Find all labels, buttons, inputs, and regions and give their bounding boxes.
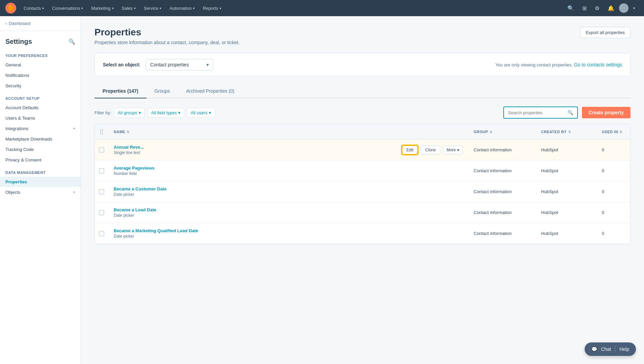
row-0-checkbox[interactable] xyxy=(99,147,104,153)
sidebar-item-marketplace[interactable]: Marketplace Downloads xyxy=(0,134,81,144)
filter-all-groups[interactable]: All groups ▾ xyxy=(114,108,145,118)
row-1-checkbox[interactable] xyxy=(99,168,104,174)
sidebar-item-general[interactable]: General xyxy=(0,60,81,70)
row-2-checkbox[interactable] xyxy=(99,189,104,194)
settings-title: Settings xyxy=(5,38,32,46)
th-used-in[interactable]: USED IN ⇅ xyxy=(596,128,630,136)
chat-bubble-icon: 💬 xyxy=(591,346,597,352)
table-header: NAME ⇅ GROUP ⇅ CREATED BY ⇅ USED IN ⇅ xyxy=(95,124,630,140)
tab-properties[interactable]: Properties (147) xyxy=(94,84,146,98)
search-icon: 🔍 xyxy=(567,110,573,115)
reports-chevron-icon: ▾ xyxy=(220,6,221,10)
sidebar-item-notifications[interactable]: Notifications xyxy=(0,70,81,81)
th-created-by[interactable]: CREATED BY ⇅ xyxy=(536,128,596,136)
row-0-checkbox-cell xyxy=(95,143,108,157)
sidebar: ‹ Dashboard Settings 🔍 Your Preferences … xyxy=(0,16,81,364)
row-0-clone-button[interactable]: Clone xyxy=(421,146,440,154)
sidebar-item-integrations[interactable]: Integrations ▾ xyxy=(0,123,81,134)
row-0-more-button[interactable]: More ▾ xyxy=(443,146,463,154)
row-4-name-link[interactable]: Became a Marketing Qualified Lead Date xyxy=(114,228,463,233)
create-property-button[interactable]: Create property xyxy=(582,107,631,118)
row-0-used-in: 0 xyxy=(596,143,630,156)
th-group[interactable]: GROUP ⇅ xyxy=(468,128,536,136)
row-2-name-cell: Became a Customer Date Date picker xyxy=(108,182,468,201)
page-header-left: Properties Properties store information … xyxy=(94,27,240,45)
sidebar-item-privacy-consent[interactable]: Privacy & Consent xyxy=(0,155,81,165)
row-3-name-cell: Became a Lead Date Date picker xyxy=(108,203,468,222)
row-0-created-by: HubSpot xyxy=(536,143,596,156)
row-0-name-link[interactable]: Annual Reve... xyxy=(114,145,396,150)
properties-table: NAME ⇅ GROUP ⇅ CREATED BY ⇅ USED IN ⇅ xyxy=(94,124,631,244)
nav-contacts[interactable]: Contacts ▾ xyxy=(20,4,47,13)
row-3-checkbox[interactable] xyxy=(99,210,104,215)
table-row: Annual Reve... Single line text Edit Clo… xyxy=(95,140,630,160)
row-2-checkbox-cell xyxy=(95,185,108,199)
settings-icon[interactable]: ⚙ xyxy=(591,3,603,13)
nav-sales[interactable]: Sales ▾ xyxy=(118,4,139,13)
dashboard-button[interactable]: ‹ Dashboard xyxy=(0,16,81,31)
filter-all-field-types[interactable]: All field types ▾ xyxy=(147,108,185,118)
table-row: Average Pageviews Number field Contact i… xyxy=(95,160,630,181)
automation-chevron-icon: ▾ xyxy=(193,6,195,10)
select-all-checkbox[interactable] xyxy=(100,129,103,134)
row-1-checkbox-cell xyxy=(95,164,108,178)
row-1-type: Number field xyxy=(114,171,463,176)
nav-marketing[interactable]: Marketing ▾ xyxy=(88,4,117,13)
search-input[interactable] xyxy=(508,110,565,115)
marketplace-icon[interactable]: ⊞ xyxy=(579,3,590,13)
hubspot-logo[interactable]: 🔶 xyxy=(5,3,16,13)
table-row: Became a Marketing Qualified Lead Date D… xyxy=(95,223,630,244)
all-users-chevron-icon: ▾ xyxy=(209,110,211,115)
app-layout: ‹ Dashboard Settings 🔍 Your Preferences … xyxy=(0,16,644,364)
user-avatar[interactable] xyxy=(619,3,628,13)
tab-groups[interactable]: Groups xyxy=(146,84,178,98)
created-by-sort-icon: ⇅ xyxy=(568,130,571,134)
group-sort-icon: ⇅ xyxy=(489,130,493,134)
export-all-properties-button[interactable]: Export all properties xyxy=(580,27,631,38)
row-1-created-by: HubSpot xyxy=(536,164,596,177)
row-3-checkbox-cell xyxy=(95,206,108,219)
objects-chevron-icon: ▾ xyxy=(73,190,75,194)
notifications-icon[interactable]: 🔔 xyxy=(604,3,618,13)
goto-contacts-settings-link[interactable]: Go to contacts settings xyxy=(574,62,622,67)
help-label: Help xyxy=(619,346,629,352)
sidebar-item-tracking-code[interactable]: Tracking Code xyxy=(0,144,81,155)
row-2-name-link[interactable]: Became a Customer Date xyxy=(114,186,463,191)
row-4-type: Date picker xyxy=(114,234,463,239)
th-name[interactable]: NAME ⇅ xyxy=(108,128,468,136)
row-4-used-in: 0 xyxy=(596,227,630,240)
chat-widget[interactable]: 💬 Chat Help xyxy=(585,342,636,356)
marketing-chevron-icon: ▾ xyxy=(112,6,114,10)
tabs-row: Properties (147) Groups Archived Propert… xyxy=(94,84,631,98)
tab-archived-properties[interactable]: Archived Properties (0) xyxy=(178,84,243,98)
sidebar-search-icon[interactable]: 🔍 xyxy=(68,38,75,45)
account-chevron-icon[interactable]: ▾ xyxy=(630,4,639,12)
more-chevron-icon: ▾ xyxy=(457,148,459,152)
object-dropdown[interactable]: Contact properties ▾ xyxy=(146,59,213,70)
nav-automation[interactable]: Automation ▾ xyxy=(166,4,198,13)
object-selector-label: Select an object: xyxy=(103,62,140,67)
sidebar-item-objects[interactable]: Objects ▾ xyxy=(0,187,81,198)
row-0-actions: Edit Clone More ▾ xyxy=(402,145,463,155)
row-1-name-link[interactable]: Average Pageviews xyxy=(114,165,463,171)
search-box: 🔍 xyxy=(503,107,578,119)
filter-all-users[interactable]: All users ▾ xyxy=(187,108,215,118)
row-2-used-in: 0 xyxy=(596,185,630,198)
sidebar-item-properties[interactable]: Properties xyxy=(0,177,81,187)
sidebar-item-users-teams[interactable]: Users & Teams xyxy=(0,113,81,123)
row-0-edit-button[interactable]: Edit xyxy=(402,145,418,155)
nav-conversations[interactable]: Conversations ▾ xyxy=(49,4,86,13)
contacts-chevron-icon: ▾ xyxy=(42,6,44,10)
sidebar-item-account-defaults[interactable]: Account Defaults xyxy=(0,102,81,113)
chat-divider xyxy=(615,346,615,353)
row-4-checkbox[interactable] xyxy=(99,231,104,236)
section-your-preferences: Your Preferences xyxy=(0,48,81,60)
nav-reports[interactable]: Reports ▾ xyxy=(199,4,225,13)
row-3-name-link[interactable]: Became a Lead Date xyxy=(114,207,463,212)
sales-chevron-icon: ▾ xyxy=(134,6,136,10)
nav-service[interactable]: Service ▾ xyxy=(140,4,165,13)
filter-row: Filter by: All groups ▾ All field types … xyxy=(94,107,631,119)
search-icon[interactable]: 🔍 xyxy=(564,3,578,13)
row-4-name-cell: Became a Marketing Qualified Lead Date D… xyxy=(108,224,468,243)
sidebar-item-security[interactable]: Security xyxy=(0,81,81,91)
